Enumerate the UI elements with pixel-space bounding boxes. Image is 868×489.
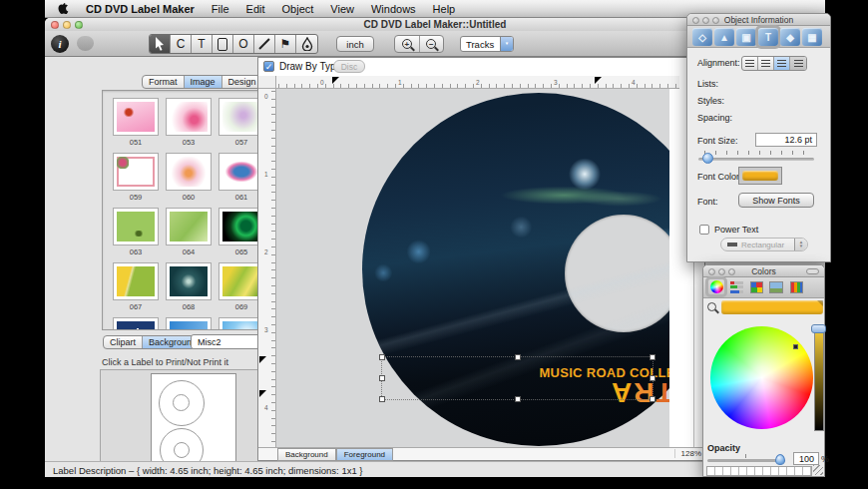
align-center-icon[interactable] xyxy=(758,57,774,70)
alignment-segment-control xyxy=(741,56,807,71)
resize-grip[interactable] xyxy=(813,465,823,475)
magnifier-icon[interactable] xyxy=(707,302,716,311)
font-size-slider[interactable] xyxy=(698,151,814,165)
pointer-tool-icon[interactable] xyxy=(150,35,171,53)
selection-handle[interactable] xyxy=(650,354,655,360)
thumbnail-067[interactable] xyxy=(113,262,159,300)
brightness-slider[interactable] xyxy=(814,331,824,431)
ruler-marker[interactable] xyxy=(595,77,602,84)
selection-handle[interactable] xyxy=(379,354,385,360)
flag-tool-icon[interactable]: ⚑ xyxy=(275,35,296,53)
menu-edit[interactable]: Edit xyxy=(246,3,265,15)
font-color-well[interactable] xyxy=(738,167,782,185)
colors-title-bar[interactable]: Colors xyxy=(703,265,824,277)
power-text-checkbox[interactable] xyxy=(699,225,709,235)
thumbnail-063[interactable] xyxy=(113,208,159,245)
selection-handle[interactable] xyxy=(650,396,655,402)
slider-track[interactable] xyxy=(698,158,814,161)
brightness-slider-thumb[interactable] xyxy=(811,324,826,333)
canvas-viewport[interactable]: MUSIC ROAD COLLECTION E X T R A xyxy=(276,89,669,449)
effects-tool-icon[interactable]: ◆ xyxy=(780,28,800,46)
info-button[interactable]: i xyxy=(51,35,69,53)
ruler-marker[interactable] xyxy=(259,356,266,363)
opacity-slider-track[interactable] xyxy=(707,459,785,462)
object-information-panel: Object Information ◇ ▲ ▣ T ◆ ▦ Alignment… xyxy=(686,13,831,262)
menu-file[interactable]: File xyxy=(212,3,229,15)
apple-icon[interactable] xyxy=(58,2,69,15)
canvas-tool-icon[interactable]: ▣ xyxy=(736,28,756,46)
selection-handle[interactable] xyxy=(650,375,655,381)
text-tool-icon[interactable]: T xyxy=(192,35,213,53)
thumbnail-060[interactable] xyxy=(166,153,212,191)
label-sheet-preview[interactable] xyxy=(151,373,236,472)
tab-design[interactable]: Design xyxy=(222,76,262,88)
menu-object[interactable]: Object xyxy=(282,3,314,15)
thumbnail-059[interactable] xyxy=(113,153,159,191)
tab-format[interactable]: Format xyxy=(143,76,185,88)
menu-app-name[interactable]: CD DVD Label Maker xyxy=(86,3,195,15)
draw-by-type-checkbox[interactable]: ✓ xyxy=(263,61,274,72)
tab-layer-foreground[interactable]: Foreground xyxy=(336,448,393,461)
color-wheel[interactable] xyxy=(710,326,813,429)
show-fonts-button[interactable]: Show Fonts xyxy=(738,193,814,208)
zoom-out-icon[interactable]: − xyxy=(420,36,444,52)
color-wheel-tab-icon[interactable] xyxy=(708,279,724,294)
canvas-bottom-bar: Background Foreground 128% xyxy=(258,447,704,460)
selection-handle[interactable] xyxy=(515,354,521,360)
arc-tool-icon[interactable]: C xyxy=(171,35,192,53)
tracks-dropdown[interactable]: Tracks ▼ xyxy=(460,36,514,52)
thumbnail-night[interactable] xyxy=(113,317,159,330)
thumbnail-label: 067 xyxy=(113,302,159,311)
menu-view[interactable]: View xyxy=(330,3,354,15)
opacity-slider-thumb[interactable] xyxy=(775,454,785,465)
fill-tool-icon[interactable] xyxy=(296,35,317,53)
color-wheel-selector[interactable] xyxy=(793,344,798,349)
disc-button[interactable]: Disc xyxy=(333,60,365,73)
thumbnail-ocean[interactable] xyxy=(166,317,212,330)
align-justify-icon[interactable] xyxy=(790,57,806,70)
object-info-title-bar[interactable]: Object Information xyxy=(687,14,830,26)
tab-image[interactable]: Image xyxy=(185,76,222,88)
ruler-marker[interactable] xyxy=(332,77,339,84)
slider-thumb[interactable] xyxy=(702,153,713,164)
align-left-icon[interactable] xyxy=(742,57,758,70)
unit-button[interactable]: inch xyxy=(336,36,374,52)
tab-clipart[interactable]: Clipart xyxy=(104,336,143,348)
opacity-value-field[interactable]: 100 xyxy=(793,452,819,465)
crayons-tab-icon[interactable] xyxy=(788,279,804,294)
ruler-marker[interactable] xyxy=(259,390,266,397)
image-palette-tab-icon[interactable] xyxy=(768,279,784,294)
h-ruler-label: 0 xyxy=(320,79,324,86)
selection-handle[interactable] xyxy=(379,396,385,402)
align-right-icon[interactable] xyxy=(774,57,790,70)
label-description: Label Description – { width: 4.65 inch; … xyxy=(53,465,363,476)
menu-help[interactable]: Help xyxy=(433,3,456,15)
tab-layer-background[interactable]: Background xyxy=(277,448,336,461)
selection-handle[interactable] xyxy=(379,375,385,381)
toolbar-toggle-pill[interactable] xyxy=(806,268,819,274)
color-sliders-tab-icon[interactable] xyxy=(728,279,744,294)
rectangle-tool-icon[interactable] xyxy=(213,35,233,53)
thumbnail-068[interactable] xyxy=(166,262,212,300)
zoom-in-icon[interactable]: + xyxy=(395,36,420,52)
grid-tool-icon[interactable]: ▦ xyxy=(802,28,822,46)
selected-color-bar[interactable] xyxy=(721,300,823,314)
text-selection-box[interactable] xyxy=(381,356,653,400)
h-ruler-label: 4 xyxy=(632,79,636,86)
thumbnail-051[interactable] xyxy=(113,98,159,136)
thumbnail-053[interactable] xyxy=(166,98,212,136)
swatch-strip[interactable] xyxy=(706,466,812,476)
selection-handle[interactable] xyxy=(515,396,521,402)
font-size-field[interactable]: 12.6 pt xyxy=(755,133,817,147)
menu-windows[interactable]: Windows xyxy=(371,3,416,15)
thumbnail-064[interactable] xyxy=(166,208,212,245)
line-tool-icon[interactable] xyxy=(254,35,275,53)
text-shape-dropdown[interactable]: Rectangular ▲▼ xyxy=(720,238,808,251)
ellipse-tool-icon[interactable]: O xyxy=(233,35,254,53)
transform-tool-icon[interactable]: ◇ xyxy=(692,28,712,46)
color-palette-tab-icon[interactable] xyxy=(748,279,764,294)
shape-tool-icon[interactable]: ▲ xyxy=(714,28,734,46)
alignment-label: Alignment: xyxy=(697,58,740,68)
mask-icon[interactable] xyxy=(77,36,94,51)
text-tool-panel-icon[interactable]: T xyxy=(758,28,778,46)
